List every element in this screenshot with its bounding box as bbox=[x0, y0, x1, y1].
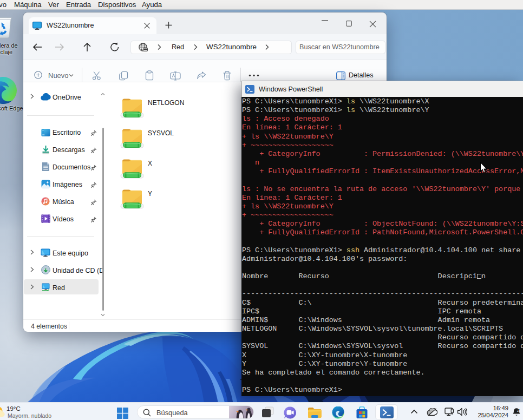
svg-text:z: z bbox=[518, 408, 520, 411]
